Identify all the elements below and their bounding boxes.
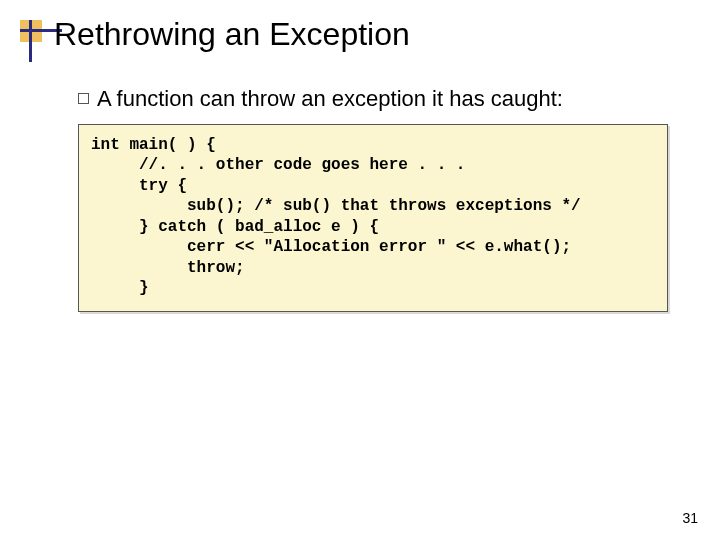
bullet-square-icon: [78, 93, 89, 104]
page-number: 31: [682, 510, 698, 526]
slide-title: Rethrowing an Exception: [54, 16, 410, 53]
slide: Rethrowing an Exception A function can t…: [0, 0, 720, 540]
bullet-row: A function can throw an exception it has…: [78, 86, 680, 112]
corner-vertical-line: [29, 20, 32, 62]
code-box: int main( ) { //. . . other code goes he…: [78, 124, 668, 312]
corner-square-icon: [20, 20, 42, 42]
code-block: int main( ) { //. . . other code goes he…: [91, 135, 655, 299]
bullet-text: A function can throw an exception it has…: [97, 86, 563, 112]
